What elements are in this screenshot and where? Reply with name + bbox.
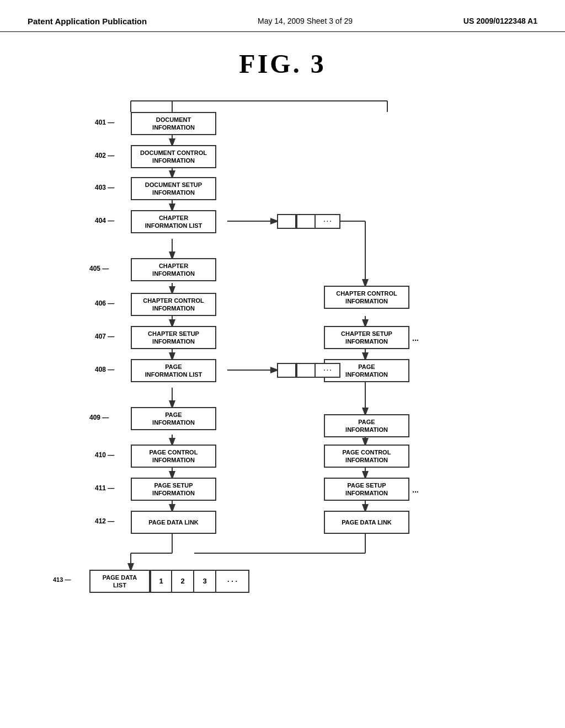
label-407: 407 — <box>95 333 114 340</box>
label-402: 402 — <box>95 152 114 159</box>
label-409: 409 — <box>89 414 109 421</box>
page-data-cell-3: 3 <box>194 570 216 593</box>
box-410-page-ctrl-right: PAGE CONTROL INFORMATION <box>324 445 409 468</box>
page-data-cell-1: 1 <box>150 570 172 593</box>
header-date-sheet: May 14, 2009 Sheet 3 of 29 <box>258 17 353 25</box>
box-ellipsis-2b <box>296 363 316 378</box>
page-data-cell-dots: · · · <box>216 570 249 593</box>
box-409-page-info-right: PAGE INFORMATION <box>324 414 409 437</box>
box-412-page-data-link-right: PAGE DATA LINK <box>324 511 409 534</box>
label-412: 412 — <box>95 517 114 525</box>
box-407-chapter-setup-left: CHAPTER SETUP INFORMATION <box>131 326 216 349</box>
label-406: 406 — <box>95 299 114 307</box>
ellipsis-chapter-setup: ... <box>412 334 419 342</box>
box-407-chapter-setup-right: CHAPTER SETUP INFORMATION <box>324 326 409 349</box>
page-data-cell-2: 2 <box>172 570 194 593</box>
box-410-page-ctrl-left: PAGE CONTROL INFORMATION <box>131 445 216 468</box>
box-ellipsis-1b <box>296 214 316 229</box>
label-408: 408 — <box>95 366 114 373</box>
label-404: 404 — <box>95 217 114 224</box>
box-405-chapter-information: CHAPTER INFORMATION <box>131 258 216 281</box>
box-ellipsis-1a <box>277 214 296 229</box>
box-408-page-info-list-left: PAGE INFORMATION LIST <box>131 359 216 382</box>
box-403-document-setup: DOCUMENT SETUP INFORMATION <box>131 177 216 200</box>
box-401-document-information: DOCUMENT INFORMATION <box>131 112 216 135</box>
diagram-area: DOCUMENT INFORMATION 401 — DOCUMENT CONT… <box>45 95 520 675</box>
label-405: 405 — <box>89 265 109 272</box>
box-406-chapter-ctrl-left: CHAPTER CONTROL INFORMATION <box>131 293 216 316</box>
box-412-page-data-link-left: PAGE DATA LINK <box>131 511 216 534</box>
box-ellipsis-2a <box>277 363 296 378</box>
box-411-page-setup-left: PAGE SETUP INFORMATION <box>131 478 216 501</box>
label-401: 401 — <box>95 119 114 126</box>
figure-title: FIG. 3 <box>0 49 565 79</box>
box-ellipsis-2c: · · · <box>316 363 340 378</box>
box-ellipsis-1c: · · · <box>316 214 340 229</box>
box-413-page-data-list: PAGE DATA LIST <box>89 570 150 593</box>
label-411: 411 — <box>95 484 114 492</box>
box-409-page-info-left: PAGE INFORMATION <box>131 407 216 430</box>
box-406-chapter-ctrl-right: CHAPTER CONTROL INFORMATION <box>324 286 409 309</box>
box-404-chapter-info-list: CHAPTER INFORMATION LIST <box>131 210 216 233</box>
label-410: 410 — <box>95 451 114 459</box>
label-413: 413 — <box>53 576 71 583</box>
box-402-document-control: DOCUMENT CONTROL INFORMATION <box>131 145 216 168</box>
header-publication: Patent Application Publication <box>28 17 147 26</box>
label-403: 403 — <box>95 184 114 191</box>
box-411-page-setup-right: PAGE SETUP INFORMATION <box>324 478 409 501</box>
page-header: Patent Application Publication May 14, 2… <box>0 0 565 32</box>
ellipsis-page-setup: ... <box>412 485 419 494</box>
header-patent-number: US 2009/0122348 A1 <box>463 17 537 25</box>
